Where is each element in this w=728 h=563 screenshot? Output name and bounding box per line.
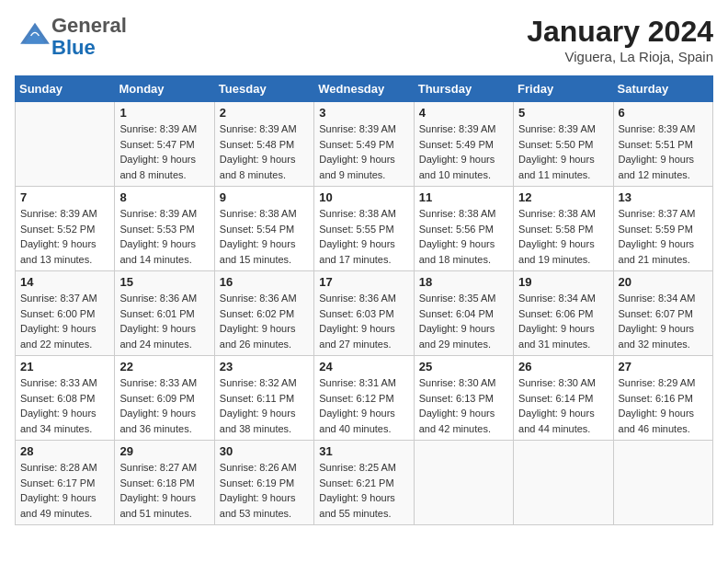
day-info: Sunrise: 8:38 AMSunset: 5:58 PMDaylight:… xyxy=(518,206,608,267)
calendar-cell xyxy=(16,102,115,187)
calendar-cell xyxy=(514,441,613,525)
calendar-cell: 29Sunrise: 8:27 AMSunset: 6:18 PMDayligh… xyxy=(115,441,214,525)
day-info: Sunrise: 8:39 AMSunset: 5:51 PMDaylight:… xyxy=(619,121,708,182)
day-info: Sunrise: 8:36 AMSunset: 6:01 PMDaylight:… xyxy=(119,291,209,351)
day-info: Sunrise: 8:34 AMSunset: 6:06 PMDaylight:… xyxy=(518,291,608,351)
calendar-cell: 12Sunrise: 8:38 AMSunset: 5:58 PMDayligh… xyxy=(514,187,613,271)
day-number: 16 xyxy=(220,275,309,289)
day-info: Sunrise: 8:33 AMSunset: 6:08 PMDaylight:… xyxy=(20,375,109,436)
calendar-cell: 23Sunrise: 8:32 AMSunset: 6:11 PMDayligh… xyxy=(214,356,313,441)
day-info: Sunrise: 8:36 AMSunset: 6:02 PMDaylight:… xyxy=(220,291,309,351)
page-header: General Blue January 2024 Viguera, La Ri… xyxy=(15,15,713,64)
day-number: 18 xyxy=(419,275,508,289)
day-info: Sunrise: 8:39 AMSunset: 5:53 PMDaylight:… xyxy=(119,206,209,267)
day-info: Sunrise: 8:37 AMSunset: 6:00 PMDaylight:… xyxy=(20,291,109,351)
calendar-cell: 19Sunrise: 8:34 AMSunset: 6:06 PMDayligh… xyxy=(514,271,613,356)
day-info: Sunrise: 8:38 AMSunset: 5:55 PMDaylight:… xyxy=(319,206,408,267)
day-info: Sunrise: 8:31 AMSunset: 6:12 PMDaylight:… xyxy=(319,375,408,436)
day-info: Sunrise: 8:29 AMSunset: 6:16 PMDaylight:… xyxy=(619,375,708,436)
calendar-cell: 28Sunrise: 8:28 AMSunset: 6:17 PMDayligh… xyxy=(16,441,115,525)
day-info: Sunrise: 8:39 AMSunset: 5:50 PMDaylight:… xyxy=(518,121,608,182)
day-number: 27 xyxy=(619,360,708,373)
day-number: 30 xyxy=(220,444,309,458)
day-number: 23 xyxy=(220,360,309,373)
day-info: Sunrise: 8:39 AMSunset: 5:49 PMDaylight:… xyxy=(419,121,508,182)
calendar-cell: 16Sunrise: 8:36 AMSunset: 6:02 PMDayligh… xyxy=(214,271,313,356)
day-info: Sunrise: 8:37 AMSunset: 5:59 PMDaylight:… xyxy=(619,206,708,267)
day-number: 5 xyxy=(518,106,608,120)
day-number: 13 xyxy=(619,190,708,204)
calendar-cell: 17Sunrise: 8:36 AMSunset: 6:03 PMDayligh… xyxy=(314,271,414,356)
day-number: 15 xyxy=(119,275,209,289)
day-info: Sunrise: 8:25 AMSunset: 6:21 PMDaylight:… xyxy=(319,460,408,521)
day-number: 4 xyxy=(419,106,508,120)
calendar-cell: 14Sunrise: 8:37 AMSunset: 6:00 PMDayligh… xyxy=(16,271,115,356)
calendar-cell xyxy=(414,441,513,525)
calendar-cell: 9Sunrise: 8:38 AMSunset: 5:54 PMDaylight… xyxy=(214,187,313,271)
calendar-cell: 13Sunrise: 8:37 AMSunset: 5:59 PMDayligh… xyxy=(613,187,712,271)
logo: General Blue xyxy=(15,15,127,59)
day-info: Sunrise: 8:39 AMSunset: 5:52 PMDaylight:… xyxy=(20,206,109,267)
day-info: Sunrise: 8:30 AMSunset: 6:13 PMDaylight:… xyxy=(419,375,508,436)
day-number: 26 xyxy=(518,360,608,373)
calendar-cell: 21Sunrise: 8:33 AMSunset: 6:08 PMDayligh… xyxy=(16,356,115,441)
calendar-cell: 22Sunrise: 8:33 AMSunset: 6:09 PMDayligh… xyxy=(115,356,214,441)
day-number: 8 xyxy=(119,190,209,204)
calendar-table: SundayMondayTuesdayWednesdayThursdayFrid… xyxy=(15,75,713,525)
logo-icon xyxy=(18,21,51,49)
day-number: 12 xyxy=(518,190,608,204)
day-info: Sunrise: 8:39 AMSunset: 5:47 PMDaylight:… xyxy=(119,121,209,182)
day-header-friday: Friday xyxy=(514,76,613,102)
day-number: 22 xyxy=(119,360,209,373)
calendar-cell: 15Sunrise: 8:36 AMSunset: 6:01 PMDayligh… xyxy=(115,271,214,356)
calendar-cell xyxy=(613,441,712,525)
logo-blue-text: Blue xyxy=(51,36,96,59)
day-header-thursday: Thursday xyxy=(414,76,513,102)
calendar-cell: 4Sunrise: 8:39 AMSunset: 5:49 PMDaylight… xyxy=(414,102,513,187)
day-number: 20 xyxy=(619,275,708,289)
calendar-cell: 11Sunrise: 8:38 AMSunset: 5:56 PMDayligh… xyxy=(414,187,513,271)
calendar-header-row: SundayMondayTuesdayWednesdayThursdayFrid… xyxy=(16,76,713,102)
day-info: Sunrise: 8:26 AMSunset: 6:19 PMDaylight:… xyxy=(220,460,309,521)
calendar-cell: 8Sunrise: 8:39 AMSunset: 5:53 PMDaylight… xyxy=(115,187,214,271)
day-info: Sunrise: 8:27 AMSunset: 6:18 PMDaylight:… xyxy=(119,460,209,521)
day-info: Sunrise: 8:38 AMSunset: 5:56 PMDaylight:… xyxy=(419,206,508,267)
calendar-cell: 27Sunrise: 8:29 AMSunset: 6:16 PMDayligh… xyxy=(613,356,712,441)
day-header-saturday: Saturday xyxy=(613,76,712,102)
calendar-cell: 24Sunrise: 8:31 AMSunset: 6:12 PMDayligh… xyxy=(314,356,414,441)
day-info: Sunrise: 8:33 AMSunset: 6:09 PMDaylight:… xyxy=(119,375,209,436)
day-number: 9 xyxy=(220,190,309,204)
day-number: 17 xyxy=(319,275,408,289)
calendar-cell: 6Sunrise: 8:39 AMSunset: 5:51 PMDaylight… xyxy=(613,102,712,187)
calendar-cell: 2Sunrise: 8:39 AMSunset: 5:48 PMDaylight… xyxy=(214,102,313,187)
day-number: 28 xyxy=(20,444,109,458)
day-number: 25 xyxy=(419,360,508,373)
day-number: 31 xyxy=(319,444,408,458)
logo-general-text: General xyxy=(51,14,127,37)
day-info: Sunrise: 8:30 AMSunset: 6:14 PMDaylight:… xyxy=(518,375,608,436)
month-title: January 2024 xyxy=(527,15,713,49)
day-number: 14 xyxy=(20,275,109,289)
day-header-sunday: Sunday xyxy=(16,76,115,102)
location: Viguera, La Rioja, Spain xyxy=(527,49,713,64)
day-info: Sunrise: 8:39 AMSunset: 5:49 PMDaylight:… xyxy=(319,121,408,182)
day-info: Sunrise: 8:39 AMSunset: 5:48 PMDaylight:… xyxy=(220,121,309,182)
day-info: Sunrise: 8:32 AMSunset: 6:11 PMDaylight:… xyxy=(220,375,309,436)
day-number: 1 xyxy=(119,106,209,120)
calendar-cell: 1Sunrise: 8:39 AMSunset: 5:47 PMDaylight… xyxy=(115,102,214,187)
calendar-week-row: 28Sunrise: 8:28 AMSunset: 6:17 PMDayligh… xyxy=(16,441,713,525)
day-info: Sunrise: 8:36 AMSunset: 6:03 PMDaylight:… xyxy=(319,291,408,351)
calendar-cell: 25Sunrise: 8:30 AMSunset: 6:13 PMDayligh… xyxy=(414,356,513,441)
calendar-cell: 26Sunrise: 8:30 AMSunset: 6:14 PMDayligh… xyxy=(514,356,613,441)
calendar-week-row: 14Sunrise: 8:37 AMSunset: 6:00 PMDayligh… xyxy=(16,271,713,356)
calendar-cell: 3Sunrise: 8:39 AMSunset: 5:49 PMDaylight… xyxy=(314,102,414,187)
day-info: Sunrise: 8:28 AMSunset: 6:17 PMDaylight:… xyxy=(20,460,109,521)
day-info: Sunrise: 8:35 AMSunset: 6:04 PMDaylight:… xyxy=(419,291,508,351)
calendar-week-row: 21Sunrise: 8:33 AMSunset: 6:08 PMDayligh… xyxy=(16,356,713,441)
day-number: 2 xyxy=(220,106,309,120)
calendar-cell: 31Sunrise: 8:25 AMSunset: 6:21 PMDayligh… xyxy=(314,441,414,525)
calendar-cell: 20Sunrise: 8:34 AMSunset: 6:07 PMDayligh… xyxy=(613,271,712,356)
title-block: January 2024 Viguera, La Rioja, Spain xyxy=(527,15,713,64)
calendar-cell: 5Sunrise: 8:39 AMSunset: 5:50 PMDaylight… xyxy=(514,102,613,187)
calendar-cell: 18Sunrise: 8:35 AMSunset: 6:04 PMDayligh… xyxy=(414,271,513,356)
